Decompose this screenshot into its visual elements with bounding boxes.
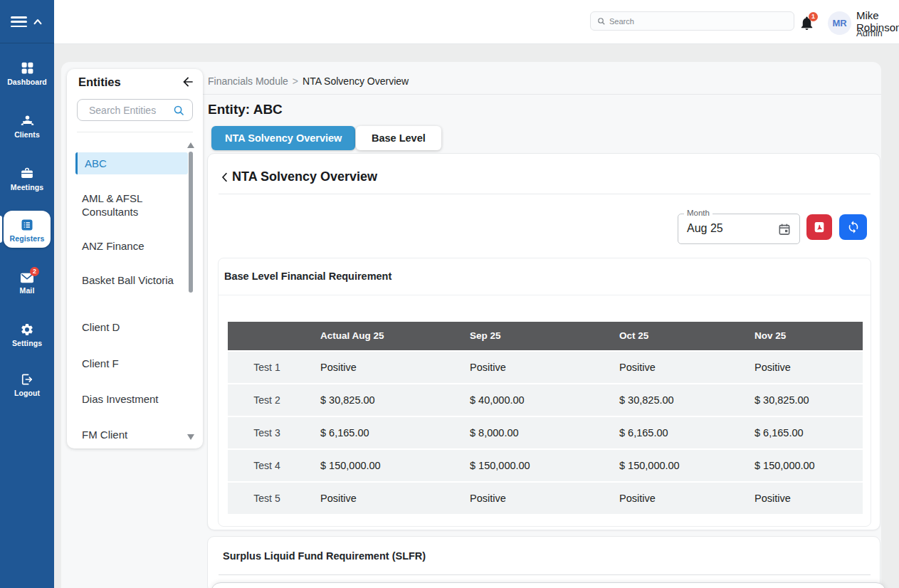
table-cell: $ 30,825.00 [306, 384, 456, 416]
collapse-chevron-up-icon[interactable] [31, 16, 44, 28]
table-cell: $ 150,000.00 [456, 450, 605, 481]
section-title: Base Level Financial Requirement [224, 271, 391, 282]
global-search [590, 11, 794, 31]
scrollbar-thumb[interactable] [189, 152, 193, 293]
table-header-cell: Oct 25 [605, 322, 740, 350]
entity-item-abc[interactable]: ABC [75, 152, 188, 174]
table-cell: Positive [306, 483, 456, 514]
hamburger-menu-icon[interactable] [11, 16, 27, 28]
entities-search [77, 99, 193, 121]
meetings-icon [19, 166, 35, 181]
sidebar-item-label: Mail [0, 286, 54, 295]
entity-item[interactable]: Dias Investment [82, 392, 176, 406]
sidebar-item-meetings[interactable]: Meetings [0, 166, 54, 191]
calendar-icon[interactable] [777, 222, 792, 236]
section-title: Surplus Liquid Fund Requirement (SLFR) [223, 550, 426, 562]
table-cell: $ 8,000.00 [456, 417, 605, 448]
table-cell: $ 6,165.00 [306, 417, 456, 448]
user-avatar[interactable]: MR [828, 11, 851, 35]
entity-item[interactable]: AML & AFSL Consultants [82, 191, 176, 219]
table-header-cell [228, 322, 306, 350]
scrollbar-up-arrow[interactable] [187, 142, 194, 148]
search-icon [597, 17, 606, 26]
row-label: Test 5 [228, 483, 306, 514]
entities-panel: Entities ABC AML & AFSL Consultants ANZ … [67, 69, 203, 448]
table-cell: $ 30,825.00 [740, 384, 863, 416]
entity-item[interactable]: ANZ Finance [82, 239, 176, 253]
sidebar-item-registers[interactable]: Registers [0, 218, 54, 243]
notification-badge: 1 [809, 12, 818, 21]
table-cell: $ 30,825.00 [605, 384, 740, 416]
breadcrumb-current: NTA Solvency Overview [303, 75, 409, 87]
table-row: Test 1 Positive Positive Positive Positi… [228, 352, 863, 383]
table-cell: $ 40,000.00 [456, 384, 605, 416]
month-picker[interactable]: Month Aug 25 [678, 214, 800, 244]
month-picker-label: Month [684, 209, 713, 217]
sidebar: Dashboard Clients Meetings Registers 2 M… [0, 0, 54, 588]
sidebar-item-logout[interactable]: Logout [0, 372, 54, 397]
sidebar-header [0, 0, 54, 43]
table-row: Test 4 $ 150,000.00 $ 150,000.00 $ 150,0… [228, 450, 863, 481]
breadcrumb-separator: > [293, 75, 298, 87]
table-row: Test 2 $ 30,825.00 $ 40,000.00 $ 30,825.… [228, 384, 863, 416]
table-cell: Positive [740, 352, 863, 383]
month-picker-value: Aug 25 [687, 222, 723, 235]
search-icon [173, 105, 185, 117]
collapse-panel-arrow-icon[interactable] [181, 75, 195, 89]
sidebar-item-label: Meetings [0, 183, 54, 191]
breadcrumb-parent[interactable]: Financials Module [208, 75, 288, 87]
sidebar-item-label: Settings [0, 339, 54, 347]
divider [219, 574, 871, 575]
slfr-card: Surplus Liquid Fund Requirement (SLFR) [207, 536, 880, 588]
entity-item[interactable]: Client D [82, 320, 176, 334]
registers-icon [20, 218, 34, 232]
sidebar-item-clients[interactable]: Clients [0, 113, 54, 139]
card-title: NTA Solvency Overview [232, 169, 377, 184]
sidebar-item-label: Logout [0, 389, 54, 397]
back-chevron-icon[interactable] [219, 170, 231, 184]
table-cell: $ 150,000.00 [605, 450, 740, 481]
tab-base-level[interactable]: Base Level [356, 126, 441, 150]
sidebar-item-settings[interactable]: Settings [0, 322, 54, 347]
sidebar-item-dashboard[interactable]: Dashboard [0, 61, 54, 86]
refresh-button[interactable] [839, 214, 867, 240]
table-cell: $ 6,165.00 [740, 417, 863, 448]
clients-icon [20, 113, 35, 128]
table-row: Test 5 Positive Positive Positive Positi… [228, 483, 863, 514]
entities-search-input[interactable] [89, 100, 171, 120]
table-row: Test 3 $ 6,165.00 $ 8,000.00 $ 6,165.00 … [228, 417, 863, 448]
export-pdf-button[interactable] [806, 214, 832, 240]
sidebar-item-label: Registers [0, 234, 54, 243]
sidebar-item-label: Clients [0, 130, 54, 139]
table-cell: Positive [605, 483, 740, 514]
divider [77, 132, 193, 132]
notifications-button[interactable]: 1 [799, 14, 820, 36]
table-cell: Positive [456, 352, 605, 383]
tab-nta-solvency-overview[interactable]: NTA Solvency Overview [211, 126, 355, 150]
topbar: 1 MR Mike Robinson Admin [54, 0, 899, 44]
table-header-row: Actual Aug 25 Sep 25 Oct 25 Nov 25 [228, 322, 863, 350]
nta-solvency-overview-card: NTA Solvency Overview Month Aug 25 Base … [207, 153, 880, 530]
user-role: Admin [856, 28, 883, 38]
sidebar-item-mail[interactable]: 2 Mail [0, 271, 54, 295]
logout-icon [20, 372, 34, 387]
refresh-icon [846, 221, 860, 234]
entity-item[interactable]: Client F [82, 357, 176, 370]
entity-item[interactable]: Basket Ball Victoria [82, 273, 176, 287]
table-cell: Positive [306, 352, 456, 383]
scrollbar-down-arrow[interactable] [187, 434, 194, 440]
pdf-file-icon [813, 221, 826, 234]
breadcrumb: Financials Module>NTA Solvency Overview [208, 75, 409, 87]
entity-item[interactable]: FM Client [82, 428, 176, 441]
table-cell: $ 150,000.00 [306, 450, 456, 481]
mail-badge: 2 [30, 267, 39, 276]
sidebar-item-label: Dashboard [0, 78, 54, 86]
global-search-input[interactable] [609, 13, 787, 29]
page-title: Entity: ABC [208, 102, 283, 117]
table-cell: Positive [605, 352, 740, 383]
table-cell: $ 6,165.00 [605, 417, 740, 448]
bottom-popup-edge [211, 582, 886, 588]
divider [219, 194, 871, 194]
table-cell: Positive [740, 483, 863, 514]
table-header-cell: Nov 25 [740, 322, 863, 350]
